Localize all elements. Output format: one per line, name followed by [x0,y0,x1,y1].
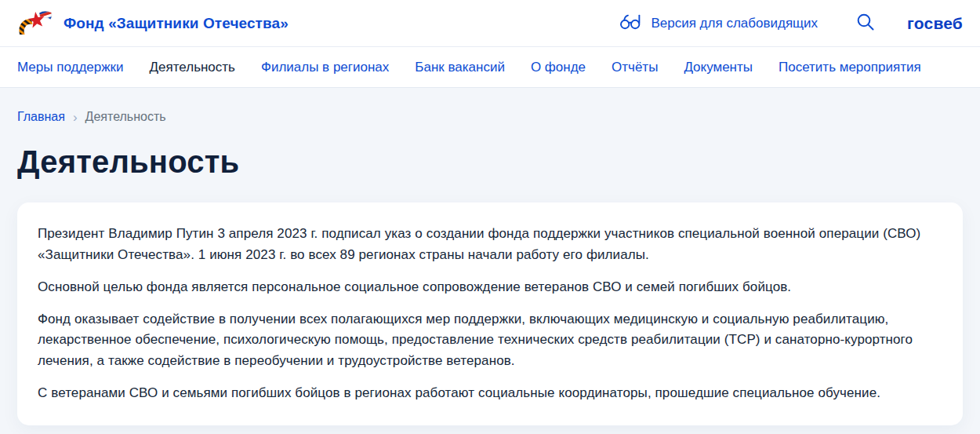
nav-item-vacancy-bank[interactable]: Банк вакансий [415,60,505,75]
paragraph-fund-assistance: Фонд оказывает содействие в получении вс… [38,309,942,373]
content-card: Президент Владимир Путин 3 апреля 2023 г… [17,202,963,425]
nav-item-about-fund[interactable]: О фонде [531,60,586,75]
glasses-icon [619,12,641,35]
main-navigation: Меры поддержки Деятельность Филиалы в ре… [0,47,980,88]
page-title: Деятельность [17,144,963,180]
search-button[interactable] [855,12,876,35]
accessibility-version-label: Версия для слабовидящих [651,16,818,31]
nav-item-activity[interactable]: Деятельность [150,60,235,75]
breadcrumb-current: Деятельность [85,110,166,124]
paragraph-fund-goal: Основной целью фонда является персональн… [38,277,942,298]
gosweb-logo[interactable]: госвеб [907,14,963,33]
main-content: Главная › Деятельность Деятельность През… [0,88,980,425]
paragraph-social-coordinators: С ветеранами СВО и семьями погибших бойц… [38,383,942,404]
breadcrumb-home-link[interactable]: Главная [17,110,65,124]
nav-item-documents[interactable]: Документы [684,60,753,75]
nav-item-reports[interactable]: Отчёты [612,60,658,75]
accessibility-version-link[interactable]: Версия для слабовидящих [619,12,818,35]
top-header: Фонд «Защитники Отечества» Версия для сл… [0,0,980,47]
brand-home-link[interactable]: Фонд «Защитники Отечества» [17,8,289,39]
brand-title: Фонд «Защитники Отечества» [64,15,289,32]
nav-item-visit-events[interactable]: Посетить мероприятия [779,60,921,75]
nav-item-regional-branches[interactable]: Филиалы в регионах [261,60,389,75]
header-actions: Версия для слабовидящих госвеб [619,12,963,35]
nav-item-support-measures[interactable]: Меры поддержки [17,60,124,75]
paragraph-fund-creation: Президент Владимир Путин 3 апреля 2023 г… [38,224,942,266]
breadcrumb-chevron-icon: › [73,111,78,124]
breadcrumb: Главная › Деятельность [17,88,963,124]
search-icon [855,12,876,35]
ribbon-star-logo-icon [17,8,53,39]
